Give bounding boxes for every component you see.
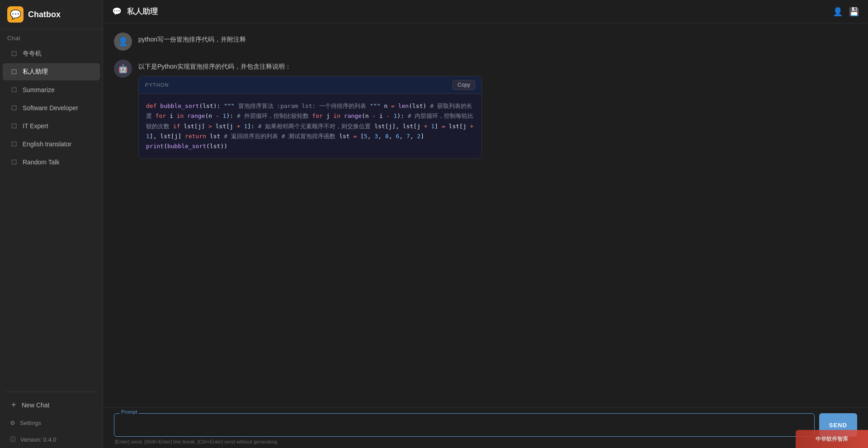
sidebar-item-it-expert[interactable]: ☐ IT Expert (3, 117, 100, 135)
sidebar-item-label-translator: English translator (23, 140, 71, 148)
user-message-row: 👤 python写一份冒泡排序代码，并附注释 (114, 33, 857, 51)
sidebar-item-private-assistant[interactable]: ☐ 私人助理 (3, 63, 100, 80)
topbar-left: 💬 私人助理 (112, 6, 158, 17)
chat-icon-random: ☐ (10, 158, 18, 166)
sidebar-item-random-talk[interactable]: ☐ Random Talk (3, 154, 100, 171)
info-icon: ⓘ (10, 435, 16, 443)
bot-message-content: 以下是Python实现冒泡排序的代码，并包含注释说明： PYTHON Copy … (138, 60, 857, 159)
prompt-wrapper: Prompt SEND (114, 413, 857, 437)
sidebar-nav: ☐ 夸夸机 ☐ 私人助理 ☐ Summarize ☐ Software Deve… (0, 44, 103, 172)
sidebar-item-english-translator[interactable]: ☐ English translator (3, 135, 100, 153)
watermark: 中华软件智库 (796, 430, 868, 448)
topbar-chat-icon: 💬 (112, 7, 122, 16)
new-chat-button[interactable]: ＋ New Chat (3, 396, 100, 414)
app-logo-icon: 💬 (7, 6, 24, 23)
plus-icon: ＋ (10, 400, 17, 410)
new-chat-label: New Chat (22, 401, 49, 409)
topbar-title: 私人助理 (127, 6, 158, 17)
sidebar-section-label: Chat (0, 29, 103, 44)
code-content: def bubble_sort(lst): """ 冒泡排序算法 :param … (139, 94, 481, 158)
sidebar-item-label-random: Random Talk (23, 159, 59, 166)
input-area: Prompt SEND [Enter] send, [Shift+Enter] … (103, 407, 868, 448)
user-avatar: 👤 (114, 33, 132, 51)
chat-icon-software: ☐ (10, 104, 18, 112)
code-lang-label: PYTHON (145, 82, 169, 88)
sidebar-item-label-kuakuaji: 夸夸机 (23, 50, 42, 58)
chat-icon-translator: ☐ (10, 140, 18, 148)
version-label: Version: 0.4.0 (20, 436, 57, 443)
input-hint: [Enter] send, [Shift+Enter] line break, … (114, 439, 857, 444)
chat-area: 👤 python写一份冒泡排序代码，并附注释 🤖 以下是Python实现冒泡排序… (103, 23, 868, 407)
save-icon[interactable]: 💾 (849, 7, 859, 17)
bot-avatar: 🤖 (114, 60, 132, 78)
prompt-label: Prompt (119, 409, 139, 415)
user-message-text: python写一份冒泡排序代码，并附注释 (138, 34, 857, 44)
copy-button[interactable]: Copy (453, 80, 475, 90)
app-logo-emoji: 💬 (10, 9, 21, 20)
chat-icon-private: ☐ (10, 68, 18, 76)
topbar-right: 👤 💾 (833, 7, 859, 17)
user-message-content: python写一份冒泡排序代码，并附注释 (138, 33, 857, 49)
main-panel: 💬 私人助理 👤 💾 👤 python写一份冒泡排序代码，并附注释 🤖 以下是P… (103, 0, 868, 448)
sidebar-divider (5, 392, 97, 392)
app-logo: 💬 Chatbox (0, 0, 103, 29)
code-block: PYTHON Copy def bubble_sort(lst): """ 冒泡… (138, 76, 482, 159)
version-info: ⓘ Version: 0.4.0 (3, 432, 100, 447)
settings-button[interactable]: ⚙ Settings (3, 416, 100, 430)
app-name: Chatbox (28, 10, 61, 19)
sidebar-item-kuakuaji[interactable]: ☐ 夸夸机 (3, 45, 100, 62)
prompt-input[interactable] (114, 413, 815, 437)
gear-icon: ⚙ (10, 420, 15, 426)
sidebar-item-summarize[interactable]: ☐ Summarize (3, 81, 100, 98)
bot-message-text: 以下是Python实现冒泡排序的代码，并包含注释说明： (138, 61, 857, 71)
chat-icon-it: ☐ (10, 122, 18, 130)
sidebar-item-label-summarize: Summarize (23, 86, 55, 93)
chat-icon-summarize: ☐ (10, 86, 18, 94)
person-icon[interactable]: 👤 (833, 7, 843, 17)
settings-label: Settings (20, 420, 41, 426)
watermark-text: 中华软件智库 (816, 435, 848, 443)
sidebar-item-label-software: Software Developer (23, 104, 78, 112)
sidebar-item-label-private: 私人助理 (23, 68, 48, 76)
chat-icon-kuakuaji: ☐ (10, 50, 18, 58)
topbar: 💬 私人助理 👤 💾 (103, 0, 868, 23)
sidebar: 💬 Chatbox Chat ☐ 夸夸机 ☐ 私人助理 ☐ Summarize … (0, 0, 103, 448)
bot-message-row: 🤖 以下是Python实现冒泡排序的代码，并包含注释说明： PYTHON Cop… (114, 60, 857, 159)
sidebar-item-label-it: IT Expert (23, 122, 48, 130)
code-block-header: PYTHON Copy (139, 76, 481, 94)
sidebar-item-software-developer[interactable]: ☐ Software Developer (3, 99, 100, 117)
